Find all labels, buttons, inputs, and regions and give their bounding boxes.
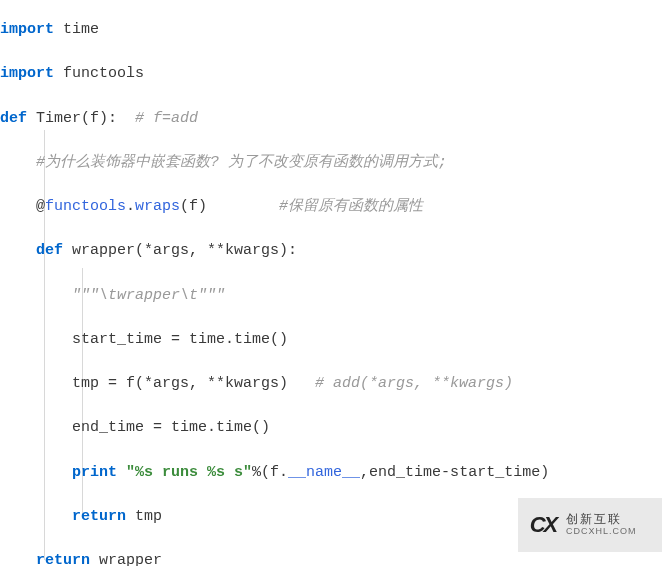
code-content: import time import functools def Timer(f… [0,8,662,566]
dot: . [126,198,135,215]
fn-timer: Timer(f): [27,110,126,127]
str-fmt: "%s runs %s s" [126,464,252,481]
decorator-at: @ [0,198,45,215]
mod-functools: functools [54,65,144,82]
fmt-mid: %(f. [252,464,288,481]
sp [207,198,279,215]
comment: # f=add [126,110,198,127]
ret-wrapper: wrapper [90,552,162,566]
functools-ref: functools [45,198,126,215]
kw-def: def [36,242,63,259]
tmp-call: tmp = f(*args, **kwargs) [72,375,288,392]
arg-f: (f) [180,198,207,215]
fn-wrapper: wrapper(*args, **kwargs): [63,242,297,259]
ret-tmp: tmp [126,508,162,525]
sp [288,375,315,392]
mod-time: time [54,21,99,38]
kw-def: def [0,110,27,127]
start-time: start_time = time.time() [72,331,288,348]
docstring: """\twrapper\t""" [72,287,225,304]
sp [117,464,126,481]
kw-import: import [0,65,54,82]
comment-add: # add(*args, **kwargs) [315,375,513,392]
wraps-ref: wraps [135,198,180,215]
end-time: end_time = time.time() [72,419,270,436]
comment-preserve: #保留原有函数的属性 [279,198,423,215]
kw-return: return [72,508,126,525]
kw-import: import [0,21,54,38]
kw-return: return [36,552,90,566]
code-block: import time import functools def Timer(f… [0,8,662,566]
kw-print: print [72,464,117,481]
dunder-name: __name__ [288,464,360,481]
comment-why: #为什么装饰器中嵌套函数? 为了不改变原有函数的调用方式; [36,154,447,171]
fmt-end: ,end_time-start_time) [360,464,549,481]
